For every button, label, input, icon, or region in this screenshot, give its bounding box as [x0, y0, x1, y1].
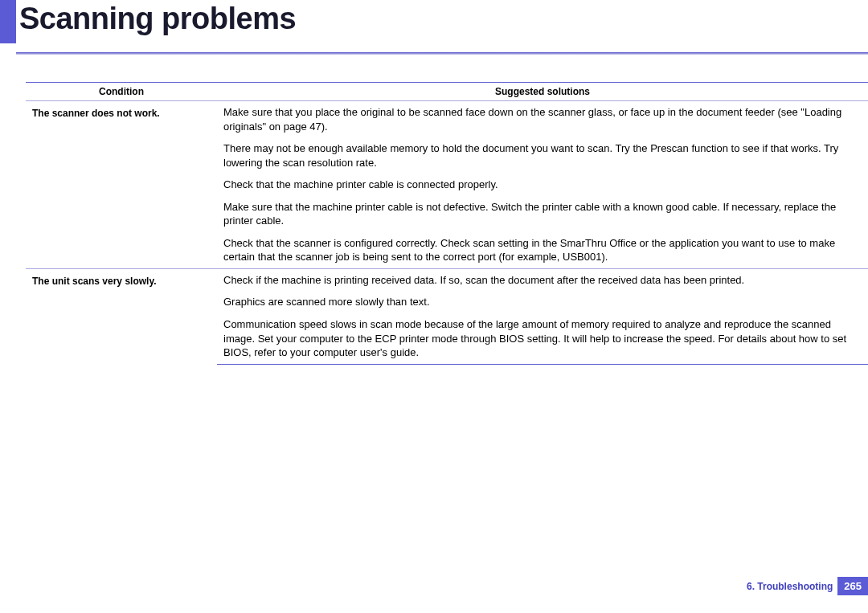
- solution-cell: There may not be enough available memory…: [217, 137, 868, 174]
- header-underline: [16, 52, 868, 55]
- solution-cell: Communication speed slows in scan mode b…: [217, 313, 868, 364]
- page-footer: 6. Troubleshooting 265: [747, 577, 868, 595]
- solution-cell: Make sure that the machine printer cable…: [217, 196, 868, 232]
- content-area: Condition Suggested solutions The scanne…: [0, 56, 868, 365]
- condition-cell: The scanner does not work.: [26, 101, 217, 269]
- header-condition: Condition: [26, 83, 217, 101]
- solution-cell: Check that the scanner is configured cor…: [217, 232, 868, 269]
- chapter-label: 6. Troubleshooting: [747, 581, 833, 592]
- header-solution: Suggested solutions: [217, 83, 868, 101]
- page-number: 265: [837, 577, 868, 595]
- solution-cell: Check that the machine printer cable is …: [217, 174, 868, 196]
- solution-cell: Make sure that you place the original to…: [217, 101, 868, 138]
- title-accent-bar: [0, 0, 16, 43]
- troubleshooting-table: Condition Suggested solutions The scanne…: [26, 82, 868, 365]
- condition-cell: The unit scans very slowly.: [26, 268, 217, 364]
- solution-cell: Graphics are scanned more slowly than te…: [217, 291, 868, 313]
- page-title: Scanning problems: [19, 2, 296, 36]
- solution-cell: Check if the machine is printing receive…: [217, 268, 868, 291]
